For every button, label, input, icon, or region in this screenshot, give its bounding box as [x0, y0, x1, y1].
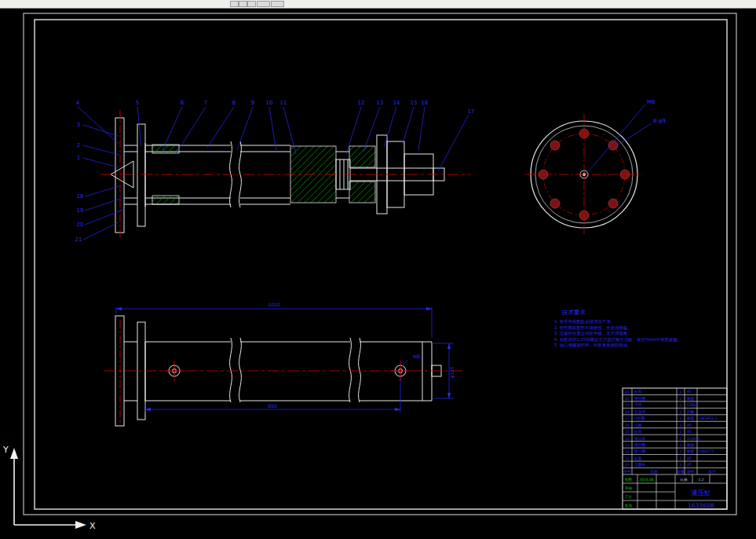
part-qty: 1 — [679, 390, 681, 394]
product-title: 液压缸 — [691, 489, 711, 497]
callout-number: 4 — [76, 100, 80, 106]
note-line: 5. 油口用螺塞封闭，外露表面涂防锈油。 — [554, 343, 632, 348]
dim-diameter: φ125 — [449, 366, 455, 379]
parts-header-qty: 数量 — [677, 470, 685, 474]
callout-number: 13 — [377, 100, 384, 106]
part-name: 防尘圈 — [634, 449, 646, 454]
part-material: 45 — [687, 430, 692, 434]
part-no: 11 — [625, 456, 630, 460]
callout-number: 18 — [77, 193, 84, 200]
part-no: 13 — [625, 443, 630, 447]
part-qty: 2 — [679, 410, 681, 414]
part-name: 缸筒 — [634, 430, 642, 434]
cad-window: 4 5 6 7 8 9 10 11 12 13 14 15 16 17 3 2 … — [0, 0, 756, 539]
part-qty: 1 — [679, 463, 681, 467]
port-label: M8 — [413, 354, 420, 359]
part-no: 14 — [625, 437, 630, 441]
callout-number: 7 — [204, 100, 207, 106]
toolbar-button-3[interactable] — [247, 1, 256, 7]
part-material: 65Mn — [687, 403, 697, 407]
part-no: 19 — [625, 403, 630, 407]
part-name: 活塞杆 — [634, 462, 646, 468]
part-qty: 1 — [679, 443, 681, 447]
part-material: 45 — [687, 390, 692, 394]
callout-number: 1 — [77, 155, 80, 161]
signature-label: 工艺 — [625, 494, 633, 499]
toolbar-fragment — [0, 0, 756, 9]
drawing-number: 1633608 — [688, 502, 714, 509]
holes-label: 8-φ9 — [653, 118, 666, 124]
part-no: 10 — [625, 463, 630, 467]
callout-number: 5 — [136, 100, 139, 106]
toolbar-button-4[interactable] — [257, 1, 270, 7]
signature-label: 审核 — [625, 486, 633, 490]
dim-port-span: 850 — [268, 403, 277, 409]
part-no: 12 — [625, 449, 630, 453]
part-name: 缸底 — [634, 389, 642, 394]
thread-label: M8 — [647, 99, 656, 105]
toolbar-button-2[interactable] — [239, 1, 247, 7]
part-material: 45 — [687, 456, 692, 460]
canvas-background — [0, 0, 756, 539]
ucs-x-label: X — [89, 521, 96, 531]
note-line: 1. 各零件装配前必须清洗干净。 — [554, 319, 615, 324]
part-no: 21 — [625, 390, 630, 394]
toolbar-button-1[interactable] — [230, 1, 239, 7]
part-qty: 2 — [679, 397, 681, 401]
scale-value: 1:2 — [698, 478, 703, 482]
callout-number: 19 — [77, 207, 84, 214]
part-qty: 1 — [679, 437, 681, 441]
callout-number: 6 — [181, 100, 184, 106]
part-no: 18 — [625, 410, 630, 414]
callout-number: 15 — [411, 100, 418, 106]
part-note: GB6577 — [699, 449, 714, 453]
note-line: 2. 密封圈装配时不得损伤，并涂润滑脂。 — [554, 325, 632, 331]
part-material: 橡胶 — [686, 396, 695, 401]
part-no: 20 — [625, 397, 630, 401]
notes-title: 技术要求 — [561, 309, 586, 316]
part-material: 45 — [687, 463, 692, 467]
part-note: GB3452.1 — [699, 416, 718, 420]
callout-number: 16 — [422, 100, 429, 106]
part-material: 橡胶 — [686, 442, 695, 447]
callout-number: 20 — [77, 222, 84, 228]
parts-header-note: 备注 — [708, 469, 716, 475]
part-qty: 1 — [679, 430, 681, 434]
callout-number: 10 — [266, 100, 273, 106]
signature-date: 2016.06 — [639, 478, 654, 482]
part-material: 45 — [687, 424, 692, 427]
part-no: 17 — [625, 416, 630, 420]
callout-number: 11 — [280, 100, 287, 106]
part-material: 四氟 — [687, 409, 695, 414]
part-qty: 1 — [679, 424, 681, 427]
part-name: 密封圈 — [634, 442, 646, 448]
callout-number: 21 — [75, 236, 82, 243]
part-name: 活塞 — [634, 423, 642, 428]
ucs-y-label: Y — [2, 445, 9, 455]
part-no: 15 — [625, 430, 630, 434]
part-name: 缸盖 — [634, 456, 642, 460]
part-name: 密封圈 — [634, 396, 646, 402]
part-material: 橡胶 — [686, 449, 695, 453]
callout-number: 8 — [232, 100, 236, 106]
note-line: 3. 活塞杆往复运动应平稳，无卡滞现象。 — [554, 331, 632, 336]
callout-number: 9 — [251, 100, 254, 106]
part-name: 卡环 — [634, 402, 642, 407]
callout-number: 2 — [77, 142, 80, 148]
callout-number: 3 — [77, 122, 80, 128]
part-material: ZQSn6 — [687, 437, 699, 441]
part-qty: 2 — [679, 403, 681, 407]
part-name: 导向套 — [634, 437, 646, 441]
part-material: 橡胶 — [686, 416, 695, 420]
note-line: 4. 装配后按1.25倍额定压力进行耐压试验，保压5min不得有渗漏。 — [554, 337, 681, 343]
drawing-canvas[interactable]: 4 5 6 7 8 9 10 11 12 13 14 15 16 17 3 2 … — [0, 0, 756, 539]
callout-number: 17 — [468, 108, 475, 115]
callout-number: 14 — [393, 100, 400, 106]
part-qty: 1 — [679, 449, 681, 453]
toolbar-button-5[interactable] — [271, 1, 284, 7]
part-qty: 1 — [679, 416, 681, 420]
parts-header-no: 序号 — [623, 469, 631, 474]
callout-number: 12 — [358, 100, 365, 106]
part-no: 16 — [625, 424, 630, 427]
part-name: 支承环 — [634, 409, 646, 415]
